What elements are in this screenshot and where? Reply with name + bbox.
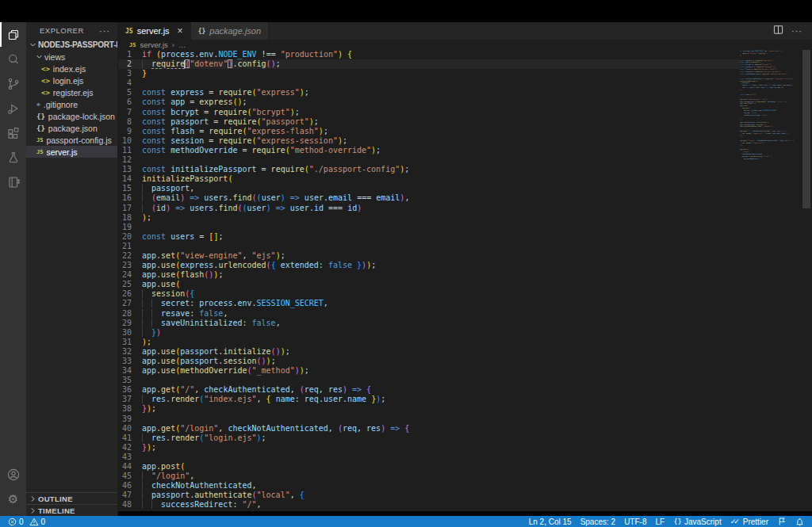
timeline-section[interactable]: TIMELINE <box>26 504 117 516</box>
file-tree-item-package-lock.json[interactable]: {}package-lock.json <box>26 110 117 122</box>
code-line[interactable]: 33app.use(passport.session()); <box>118 357 801 366</box>
title-bar <box>0 0 812 22</box>
code-line[interactable]: 10const session = require("express-sessi… <box>118 136 801 146</box>
breadcrumb[interactable]: JS server.js › … <box>118 40 812 50</box>
code-line[interactable]: 28 resave: false, <box>118 309 801 319</box>
tab-package-json[interactable]: {} package.json <box>191 22 269 40</box>
code-line[interactable]: 8const passport = require("passport"); <box>118 117 801 127</box>
notebook-icon[interactable] <box>0 170 26 194</box>
explorer-icon[interactable] <box>0 22 26 47</box>
code-line[interactable]: 44app.post( <box>118 462 801 472</box>
code-line[interactable]: 2 require("dotenv").config(); <box>118 59 801 69</box>
code-line[interactable]: 38}); <box>118 404 801 414</box>
indentation-setting[interactable]: Spaces: 2 <box>580 517 615 526</box>
source-control-icon[interactable] <box>0 71 26 96</box>
file-tree-item-server.js[interactable]: JSserver.js <box>26 146 117 158</box>
code-line[interactable]: 46 checkNotAuthenticated, <box>118 481 801 491</box>
code-line[interactable]: 47 passport.authenticate("local", { <box>118 491 801 500</box>
more-actions-icon[interactable]: ··· <box>791 26 802 36</box>
code-content[interactable]: 1if (process.env.NODE_ENV !== "productio… <box>118 50 801 510</box>
line-number: 35 <box>118 376 142 385</box>
tab-server-js[interactable]: JS server.js × <box>118 22 191 40</box>
code-line[interactable]: 37 res.render("index.ejs", { name: req.u… <box>118 395 801 404</box>
file-tree-item-nodejs-passport-lo...[interactable]: NODEJS-PASSPORT-LO... <box>26 39 117 51</box>
code-line[interactable]: 7const bcrypt = require("bcrypt"); <box>118 108 801 117</box>
code-line[interactable]: 11const methodOverride = require("method… <box>118 146 801 155</box>
close-icon[interactable]: × <box>178 26 183 36</box>
breadcrumb-file[interactable]: server.js <box>140 40 167 49</box>
minimap[interactable]: if (process.env.NODE_ENV !== "production… <box>740 50 801 160</box>
language-mode[interactable]: {} JavaScript <box>673 517 722 526</box>
notifications-bell-icon[interactable] <box>795 517 804 526</box>
code-line[interactable]: 24app.use(flash()); <box>118 270 801 280</box>
file-tree-item-index.ejs[interactable]: <>index.ejs <box>26 63 117 74</box>
file-tree-item-package.json[interactable]: {}package.json <box>26 122 117 134</box>
explorer-sidebar: EXPLORER ··· NODEJS-PASSPORT-LO...views<… <box>26 22 117 516</box>
code-line[interactable]: 6const app = express(); <box>118 97 801 107</box>
vertical-scrollbar[interactable] <box>801 50 812 511</box>
code-line[interactable]: 16 (email) => users.find((user) => user.… <box>118 193 801 203</box>
code-line[interactable]: 45 "/login", <box>118 472 801 481</box>
code-line[interactable]: 26 session({ <box>118 289 801 299</box>
code-line[interactable]: 22app.set("view-engine", "ejs"); <box>118 251 801 261</box>
encoding-setting[interactable]: UTF-8 <box>624 517 646 526</box>
code-line[interactable]: 40app.get("/login", checkNotAuthenticate… <box>118 424 801 433</box>
formatter-status[interactable]: ✓✓ Prettier <box>730 517 768 526</box>
code-line[interactable]: 23app.use(express.urlencoded({ extended:… <box>118 261 801 270</box>
code-line[interactable]: 39 <box>118 414 801 424</box>
code-line[interactable]: 19 <box>118 223 801 232</box>
file-tree-item-login.ejs[interactable]: <>login.ejs <box>26 74 117 86</box>
explorer-more-actions-icon[interactable]: ··· <box>99 26 110 36</box>
file-tree-item-register.ejs[interactable]: <>register.ejs <box>26 86 117 98</box>
run-debug-icon[interactable] <box>0 96 26 120</box>
code-line[interactable]: 30 }) <box>118 328 801 338</box>
cursor-position[interactable]: Ln 2, Col 15 <box>529 517 572 526</box>
code-line[interactable]: 25app.use( <box>118 280 801 289</box>
testing-icon[interactable] <box>0 145 26 170</box>
code-line[interactable]: 5const express = require("express"); <box>118 88 801 97</box>
code-line[interactable]: 34app.use(methodOverride("_method")); <box>118 366 801 376</box>
code-line[interactable]: 14initializePassport( <box>118 174 801 184</box>
line-number: 19 <box>118 223 142 232</box>
file-tree-item-.gitignore[interactable]: ◆.gitignore <box>26 98 117 110</box>
scrollbar-slider[interactable] <box>802 50 810 208</box>
code-line[interactable]: 1if (process.env.NODE_ENV !== "productio… <box>118 50 801 59</box>
code-line[interactable]: 41 res.render("login.ejs"); <box>118 433 801 443</box>
account-icon[interactable] <box>0 462 26 487</box>
code-line[interactable]: 27 secret: process.env.SESSION_SECRET, <box>118 299 801 308</box>
code-line[interactable]: 20const users = []; <box>118 232 801 242</box>
code-editor[interactable]: 1if (process.env.NODE_ENV !== "productio… <box>118 50 812 511</box>
code-line[interactable]: 9const flash = require("express-flash"); <box>118 127 801 136</box>
split-editor-icon[interactable] <box>773 24 783 38</box>
code-line[interactable]: 32app.use(passport.initialize()); <box>118 347 801 357</box>
code-line[interactable]: 15 passport, <box>118 184 801 193</box>
breadcrumb-symbol[interactable]: … <box>178 40 186 49</box>
eol-setting[interactable]: LF <box>655 517 665 526</box>
line-number: 39 <box>118 414 142 424</box>
line-number: 15 <box>118 184 142 193</box>
search-icon[interactable] <box>0 47 26 71</box>
code-line[interactable]: 21 <box>118 242 801 251</box>
code-line[interactable]: 48 successRedirect: "/", <box>118 500 801 510</box>
code-line[interactable]: 3} <box>118 69 801 78</box>
code-line[interactable]: 43 <box>118 453 801 462</box>
settings-gear-icon[interactable]: ⚙ <box>0 487 26 511</box>
code-line[interactable]: 31); <box>118 338 801 347</box>
code-line[interactable]: 12 <box>118 155 801 165</box>
extensions-icon[interactable] <box>0 120 26 145</box>
line-number: 48 <box>118 500 142 510</box>
problems-button[interactable]: 0 0 <box>8 517 45 526</box>
line-number: 27 <box>118 299 142 308</box>
code-line[interactable]: 35 <box>118 376 801 385</box>
code-line[interactable]: 13const initializePassport = require("./… <box>118 165 801 174</box>
feedback-flag-icon[interactable] <box>777 517 787 526</box>
file-tree-item-views[interactable]: views <box>26 51 117 63</box>
code-line[interactable]: 42}); <box>118 443 801 453</box>
code-line[interactable]: 29 saveUninitialized: false, <box>118 319 801 328</box>
code-line[interactable]: 17 (id) => users.find((user) => user.id … <box>118 204 801 213</box>
outline-section[interactable]: OUTLINE <box>26 492 117 504</box>
code-line[interactable]: 18); <box>118 213 801 223</box>
code-line[interactable]: 4 <box>118 78 801 88</box>
code-line[interactable]: 36app.get("/", checkAuthenticated, (req,… <box>118 385 801 395</box>
file-tree-item-passport-config.js[interactable]: JSpassport-config.js <box>26 134 117 146</box>
